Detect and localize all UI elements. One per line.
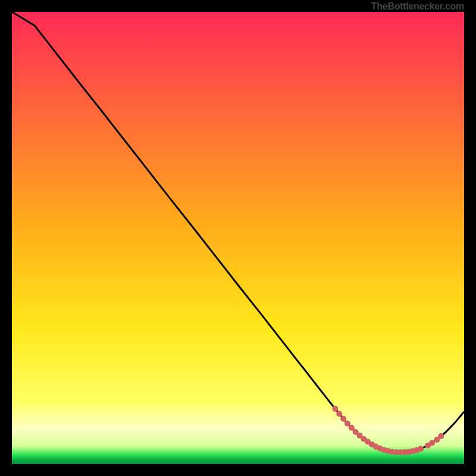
knot-dot <box>438 433 444 439</box>
gradient-bg <box>12 12 464 464</box>
attribution-label: TheBottlenecker.com <box>371 1 464 12</box>
knot-dot <box>345 421 350 427</box>
chart-svg <box>12 12 464 464</box>
knot-dot <box>418 446 424 452</box>
knot-dot <box>336 411 342 417</box>
knot-dot <box>429 440 435 446</box>
knot-dot <box>340 416 346 422</box>
plot-frame: TheBottlenecker.com <box>12 12 464 464</box>
knot-dot <box>332 406 338 412</box>
